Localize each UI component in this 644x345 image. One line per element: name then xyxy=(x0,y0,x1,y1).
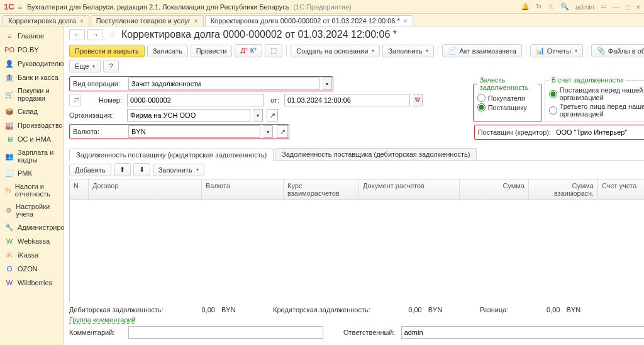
open-icon[interactable]: ↗ xyxy=(277,125,288,138)
fill-grid-button[interactable]: Заполнить xyxy=(153,164,204,176)
sidebar-item[interactable]: iKiKassa xyxy=(0,248,64,262)
bell-icon[interactable]: 🔔 xyxy=(521,3,530,11)
sidebar-item[interactable]: WWildberries xyxy=(0,276,64,290)
move-up-button[interactable]: ⬆ xyxy=(114,163,131,176)
tab-2[interactable]: Корректировка долга 0000-000002 от 01.03… xyxy=(205,15,413,26)
sidebar-item[interactable]: WWebkassa xyxy=(0,234,64,248)
radio-supplier-org[interactable]: Поставщика перед нашей организацией xyxy=(549,86,644,101)
num-input[interactable] xyxy=(127,94,264,106)
sidebar-item[interactable]: 👥Зарплата и кадры xyxy=(0,146,64,166)
close-icon[interactable]: × xyxy=(636,3,640,11)
col-rate[interactable]: Курс взаиморасчетов xyxy=(284,179,359,200)
tab-0[interactable]: Корректировка долга× xyxy=(3,15,89,26)
deb-label: Дебиторская задолженность: xyxy=(69,306,164,314)
minimize-icon[interactable]: — xyxy=(613,3,619,11)
radio-buyer[interactable]: Покупателя xyxy=(477,94,538,102)
sidebar-label: PO.BY xyxy=(18,46,39,54)
dt-kt-button[interactable]: ДᵀКᵀ xyxy=(235,44,262,57)
col-currency[interactable]: Валюта xyxy=(202,179,284,200)
forward-button[interactable]: → xyxy=(87,29,103,40)
save-button[interactable]: Записать xyxy=(147,45,188,57)
col-doc[interactable]: Документ расчетов xyxy=(359,179,460,200)
comment-input[interactable] xyxy=(128,326,323,339)
close-icon[interactable]: × xyxy=(404,18,408,25)
date-input[interactable] xyxy=(284,94,410,106)
sidebar-item[interactable]: 📦Склад xyxy=(0,105,64,118)
sidebar-item[interactable]: ≡Главное xyxy=(0,29,64,43)
sidebar-item[interactable]: 🧾РМК xyxy=(0,166,64,180)
close-icon[interactable]: × xyxy=(194,18,198,25)
user-label[interactable]: admin xyxy=(575,3,594,11)
dropdown-icon[interactable]: ▾ xyxy=(253,109,263,122)
maximize-icon[interactable]: □ xyxy=(626,3,630,11)
files-button[interactable]: 📎Файлы в облаке xyxy=(591,44,644,57)
cred-label: Кредиторская задолженность: xyxy=(273,306,370,314)
add-button[interactable]: Добавить xyxy=(69,164,111,176)
col-account[interactable]: Счет учета xyxy=(598,179,644,200)
col-n[interactable]: N xyxy=(70,179,89,200)
sidebar-item[interactable]: 🛒Покупки и продажи xyxy=(0,84,64,105)
open-icon[interactable]: ↗ xyxy=(267,109,278,122)
sidebar-item[interactable]: 🔧Администрирование xyxy=(0,220,64,234)
sidebar-item[interactable]: %Налоги и отчетность xyxy=(0,180,64,200)
sidebar-item[interactable]: ⚙Настройки учета xyxy=(0,200,64,220)
sidebar-label: Покупки и продажи xyxy=(18,87,58,102)
more-button[interactable]: Еще xyxy=(69,60,101,72)
calendar-icon[interactable]: 📅 xyxy=(413,94,423,106)
supplier-label: Поставщик (кредитор): xyxy=(475,128,553,136)
comment-group-link[interactable]: Группа комментарий xyxy=(69,316,136,324)
radio-supplier[interactable]: Поставщику xyxy=(477,103,538,111)
back-button[interactable]: ← xyxy=(69,29,85,40)
tab-1[interactable]: Поступление товаров и услуг× xyxy=(91,15,204,26)
dropdown-icon[interactable]: ▾ xyxy=(322,77,332,90)
caps-icon[interactable]: ⥪ xyxy=(601,3,606,11)
reports-button[interactable]: 📊Отчеты xyxy=(530,44,583,57)
op-input[interactable] xyxy=(128,77,319,90)
tab-debitor[interactable]: Задолженность поставщика (дебиторская за… xyxy=(275,148,477,160)
sidebar-item[interactable]: 👤Руководителю xyxy=(0,57,64,71)
sidebar-label: Главное xyxy=(18,32,44,40)
sidebar-item[interactable]: POPO.BY xyxy=(0,43,64,57)
close-icon[interactable]: × xyxy=(80,18,84,25)
col-sum-calc[interactable]: Сумма взаиморасч. xyxy=(529,179,598,200)
deb-value: 0,00 xyxy=(167,306,218,314)
favorite-icon[interactable]: ☆ xyxy=(108,30,116,40)
doc-header: ← → ☆ Корректировка долга 0000-000002 от… xyxy=(64,26,644,43)
post-button[interactable]: Провести xyxy=(191,45,233,57)
col-contract[interactable]: Договор xyxy=(89,179,202,200)
post-close-button[interactable]: Провести и закрыть xyxy=(69,45,145,57)
tab-creditor[interactable]: Задолженность поставщику (кредиторская з… xyxy=(69,149,274,161)
search-icon[interactable]: 🔍 xyxy=(560,3,569,11)
sidebar-item[interactable]: 🏭Производство xyxy=(0,118,64,132)
reports-label: Отчеты xyxy=(547,47,571,55)
sidebar-icon: W xyxy=(5,237,14,246)
fill-button[interactable]: Заполнить xyxy=(382,45,434,57)
col-sum[interactable]: Сумма xyxy=(460,179,529,200)
toolbar: Провести и закрыть Записать Провести ДᵀК… xyxy=(64,43,644,74)
sidebar-icon: 🏦 xyxy=(5,73,14,82)
supplier-input[interactable] xyxy=(553,126,644,139)
sidebar-icon: PO xyxy=(5,45,14,54)
switch-icon[interactable]: ⇄ xyxy=(69,94,80,106)
move-down-button[interactable]: ⬇ xyxy=(133,163,150,176)
cur-input[interactable] xyxy=(128,125,260,138)
star-icon[interactable]: ☆ xyxy=(548,3,554,11)
menu-icon[interactable]: ≡ xyxy=(18,3,22,11)
sidebar-item[interactable]: 🖥ОС и НМА xyxy=(0,132,64,146)
resp-input[interactable] xyxy=(401,326,644,339)
help-button[interactable]: ? xyxy=(103,60,118,72)
radio-label: Третьего лица перед нашей организацией xyxy=(560,103,644,118)
org-input[interactable] xyxy=(127,109,250,122)
radio-third-party[interactable]: Третьего лица перед нашей организацией xyxy=(549,103,644,118)
history-icon[interactable]: ↻ xyxy=(536,3,541,11)
sidebar: ≡ГлавноеPOPO.BY👤Руководителю🏦Банк и касс… xyxy=(0,26,64,345)
group-title: В счет задолженности xyxy=(549,76,626,84)
act-button[interactable]: 📄Акт взаимозачета xyxy=(442,44,521,57)
sidebar-item[interactable]: OOZON xyxy=(0,262,64,276)
structure-button[interactable]: ⬚ xyxy=(265,44,282,57)
dropdown-icon[interactable]: ▾ xyxy=(263,125,273,138)
sidebar-label: Склад xyxy=(18,108,38,115)
sidebar-item[interactable]: 🏦Банк и касса xyxy=(0,71,64,84)
create-based-button[interactable]: Создать на основании xyxy=(291,45,380,57)
sidebar-label: Wildberries xyxy=(18,279,52,286)
